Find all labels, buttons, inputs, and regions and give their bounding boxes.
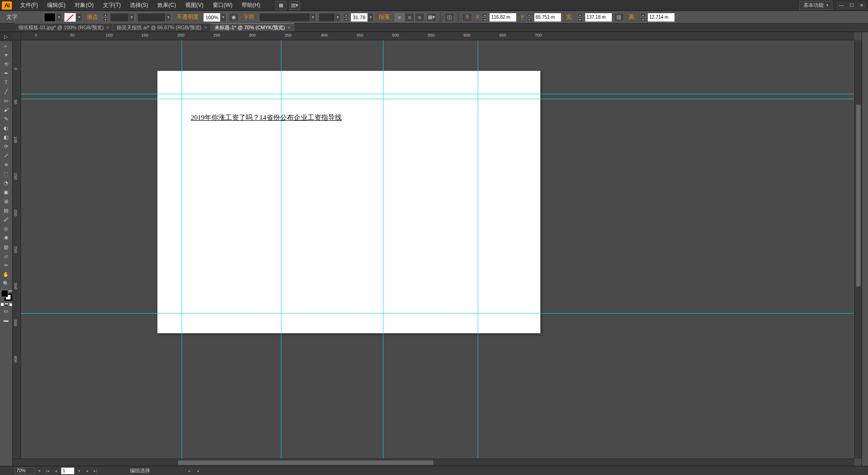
next-artboard-icon[interactable]: ▸	[84, 468, 91, 474]
doc-tab-0[interactable]: 报纸模板-01.jpg* @ 100% (RGB/预览)×	[15, 23, 113, 32]
align-center-icon[interactable]: ≡	[404, 13, 415, 22]
align-right-icon[interactable]: ≡	[415, 13, 425, 22]
screen-mode-normal[interactable]: ▭	[0, 306, 12, 315]
y-field[interactable]	[534, 13, 561, 22]
font-style-field[interactable]: ▾	[318, 13, 341, 22]
menu-effect[interactable]: 效果(C)	[153, 0, 181, 11]
fill-stroke-proxy[interactable]: ⇄	[1, 290, 12, 301]
x-field[interactable]	[489, 13, 517, 22]
para-panel-label[interactable]: 段落	[376, 13, 393, 21]
eyedropper-tool[interactable]: 🖉	[0, 215, 12, 224]
lasso-tool[interactable]: ⟲	[0, 59, 12, 69]
guide-vertical[interactable]	[182, 40, 182, 459]
menu-select[interactable]: 选择(S)	[125, 0, 153, 11]
mesh-tool[interactable]: ⊞	[0, 197, 12, 206]
right-panel-dock[interactable]	[862, 32, 868, 466]
color-mode-buttons[interactable]	[0, 303, 12, 306]
guide-vertical[interactable]	[383, 40, 383, 459]
doc-tab-2[interactable]: 未标题-1* @ 70% (CMYK/预览)×	[211, 23, 294, 32]
char-panel-label[interactable]: 字符	[241, 13, 257, 21]
font-size-field[interactable]: ▾	[350, 13, 374, 22]
graph-tool[interactable]: ▥	[0, 242, 12, 251]
screen-mode-full[interactable]: ▬	[0, 315, 12, 325]
guide-vertical[interactable]	[281, 40, 281, 459]
link-wh-icon[interactable]: ⛓	[614, 13, 624, 22]
menu-file[interactable]: 文件(F)	[16, 0, 43, 11]
menu-object[interactable]: 对象(O)	[70, 0, 98, 11]
x-stepper[interactable]: ▴▾	[482, 13, 487, 22]
gradient-tool[interactable]: ▤	[0, 206, 12, 215]
scroll-thumb[interactable]	[856, 104, 861, 287]
ruler-horizontal[interactable]: 0 50 100 150 200 250 300 350 400 450 500…	[21, 32, 854, 40]
blend-tool[interactable]: ◎	[0, 224, 12, 233]
window-minimize[interactable]: —	[837, 2, 846, 9]
menu-help[interactable]: 帮助(H)	[237, 0, 265, 11]
fill-swatch[interactable]	[44, 13, 56, 22]
guide-vertical[interactable]	[478, 40, 478, 459]
w-field[interactable]	[585, 13, 612, 22]
hand-tool[interactable]: ✋	[0, 270, 12, 279]
rectangle-tool[interactable]: ▭	[0, 96, 12, 105]
bridge-button[interactable]: ▦	[275, 1, 286, 10]
width-tool[interactable]: ≋	[0, 160, 12, 169]
stroke-swatch[interactable]	[64, 13, 76, 22]
artboard-tool[interactable]: ▱	[0, 251, 12, 261]
scrollbar-horizontal[interactable]	[13, 459, 854, 466]
artboard-dropdown-icon[interactable]: ▾	[78, 469, 81, 473]
slice-tool[interactable]: ✂	[0, 261, 12, 270]
font-size-stepper[interactable]: ▴▾	[343, 13, 349, 22]
opacity-label[interactable]: 不透明度	[174, 13, 201, 21]
selection-tool[interactable]: ▷	[0, 32, 12, 41]
artboard-number-field[interactable]	[61, 467, 75, 475]
align-left-icon[interactable]: ≡	[394, 13, 404, 22]
zoom-dropdown-icon[interactable]: ▾	[38, 469, 41, 473]
arrange-docs-button[interactable]: ▥▾	[289, 1, 300, 10]
rotate-tool[interactable]: ⟳	[0, 142, 12, 151]
prev-artboard-icon[interactable]: ◂	[53, 468, 59, 474]
menu-text[interactable]: 文字(T)	[98, 0, 125, 11]
perspective-tool[interactable]: ▣	[0, 187, 12, 197]
type-tool[interactable]: T	[0, 78, 12, 87]
opacity-field[interactable]: ▾	[203, 13, 227, 22]
blob-brush-tool[interactable]: ◐	[0, 123, 12, 133]
direct-selection-tool[interactable]: ▹	[0, 41, 12, 50]
close-tab-icon[interactable]: ×	[204, 25, 207, 30]
stroke-weight-field[interactable]: ▾	[110, 13, 135, 22]
close-tab-icon[interactable]: ×	[107, 25, 109, 30]
zoom-tool[interactable]: 🔍	[0, 279, 12, 288]
guide-horizontal[interactable]	[21, 94, 854, 94]
free-transform-tool[interactable]: ⬚	[0, 169, 12, 178]
close-tab-icon[interactable]: ×	[288, 25, 291, 30]
magic-wand-tool[interactable]: ✦	[0, 50, 12, 59]
transform-icon[interactable]: ◫	[444, 13, 454, 22]
scale-tool[interactable]: ⤢	[0, 151, 12, 160]
recolor-icon[interactable]: ◉	[229, 13, 239, 22]
reference-point-icon[interactable]: ⠿	[462, 13, 472, 22]
doc-tab-1[interactable]: 杨笑天报纸.ai* @ 66.67% (RGB/预览)×	[113, 23, 211, 32]
status-info-dropdown[interactable]: ▸	[189, 469, 191, 473]
viewport[interactable]: 2019年你涨工资了吗？14省份公布企业工资指导线	[21, 40, 854, 459]
h-field[interactable]	[647, 13, 675, 22]
workspace-switcher[interactable]: 基本功能 ▾	[799, 1, 832, 10]
text-object[interactable]: 2019年你涨工资了吗？14省份公布企业工资指导线	[191, 113, 342, 122]
menu-view[interactable]: 视图(V)	[181, 0, 208, 11]
stroke-label[interactable]: 描边	[84, 13, 101, 21]
pencil-tool[interactable]: ✎	[0, 114, 12, 123]
scroll-left-icon[interactable]: ◂	[194, 468, 201, 474]
ruler-origin[interactable]	[13, 32, 21, 40]
brush-field[interactable]: ▾	[137, 13, 172, 22]
symbol-sprayer-tool[interactable]: ✱	[0, 233, 12, 242]
zoom-field[interactable]	[15, 467, 35, 475]
y-stepper[interactable]: ▴▾	[527, 13, 532, 22]
w-stepper[interactable]: ▴▾	[577, 13, 583, 22]
window-close[interactable]: ✕	[857, 2, 866, 9]
paintbrush-tool[interactable]: 🖌	[0, 105, 12, 114]
guide-horizontal[interactable]	[21, 313, 854, 314]
last-artboard-icon[interactable]: ▸|	[92, 468, 99, 474]
fill-dropdown[interactable]: ▾	[56, 13, 62, 22]
menu-window[interactable]: 窗口(W)	[208, 0, 237, 11]
options-icon[interactable]: ▦▾	[426, 13, 437, 22]
line-tool[interactable]: ╱	[0, 87, 12, 96]
pen-tool[interactable]: ✒	[0, 69, 12, 78]
window-maximize[interactable]: ☐	[847, 2, 856, 9]
